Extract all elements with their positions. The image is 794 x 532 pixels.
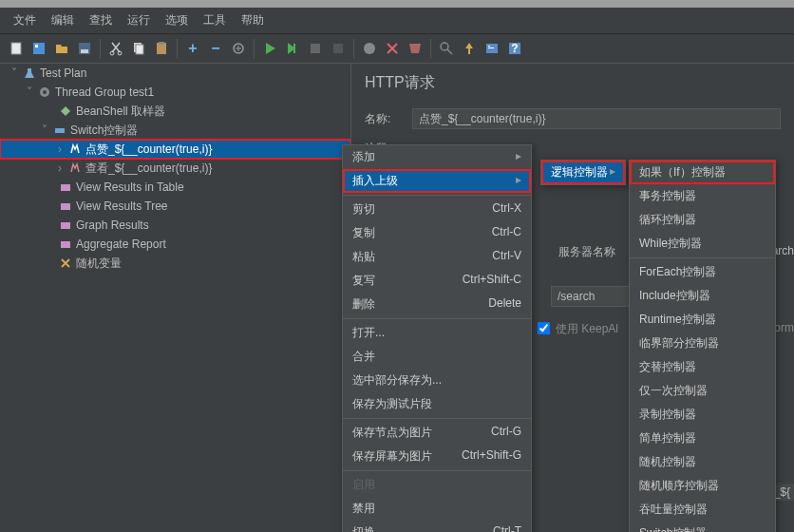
ctx-if-controller[interactable]: 如果（If）控制器 [630, 161, 775, 184]
new-icon[interactable] [6, 38, 27, 59]
menu-help[interactable]: 帮助 [234, 10, 272, 31]
toggle-icon[interactable] [228, 38, 249, 59]
menu-tools[interactable]: 工具 [196, 10, 234, 31]
ctx-add[interactable]: 添加▸ [343, 145, 531, 169]
ctx-disable[interactable]: 禁用 [343, 497, 531, 521]
svg-rect-27 [61, 241, 70, 248]
remote-start-icon[interactable] [359, 38, 380, 59]
menu-search[interactable]: 查找 [82, 10, 120, 31]
svg-rect-12 [311, 44, 320, 53]
tree-results-table[interactable]: View Results in Table [0, 178, 350, 197]
paste-icon[interactable] [151, 38, 172, 59]
tree-root[interactable]: ˅ Test Plan [0, 64, 350, 83]
shutdown-icon[interactable] [328, 38, 349, 59]
menu-file[interactable]: 文件 [6, 10, 44, 31]
tree-switch[interactable]: ˅ Switch控制器 [0, 121, 350, 140]
svg-point-14 [364, 43, 375, 54]
run-icon[interactable] [259, 38, 280, 59]
ctx-logic-controller[interactable]: 逻辑控制器▸ [541, 161, 625, 184]
path-input[interactable] [551, 286, 636, 307]
tree-results-tree[interactable]: View Results Tree [0, 197, 350, 216]
copy-icon[interactable] [128, 38, 149, 59]
tree-random-var[interactable]: 随机变量 [0, 254, 350, 273]
clear-all-icon[interactable] [405, 38, 425, 59]
svg-rect-4 [81, 49, 88, 53]
results-icon [58, 199, 73, 214]
tree-label: Aggregate Report [76, 238, 166, 251]
ctx-transaction-controller[interactable]: 事务控制器 [630, 184, 775, 208]
ctx-switch-controller[interactable]: Switch控制器 [630, 522, 775, 532]
ctx-save-node-img[interactable]: 保存节点为图片Ctrl-G [343, 421, 531, 445]
menu-run[interactable]: 运行 [120, 10, 158, 31]
menu-edit[interactable]: 编辑 [44, 10, 82, 31]
tree-label: Switch控制器 [70, 123, 138, 139]
open-icon[interactable] [51, 38, 72, 59]
ctx-paste[interactable]: 粘贴Ctrl-V [343, 245, 531, 269]
ctx-merge[interactable]: 合并 [343, 345, 531, 369]
ctx-once-controller[interactable]: 仅一次控制器 [630, 379, 775, 403]
tree-aggregate[interactable]: Aggregate Report [0, 235, 350, 254]
ctx-loop-controller[interactable]: 循环控制器 [630, 208, 775, 232]
svg-rect-18 [488, 48, 494, 48]
tree-like-sampler[interactable]: › 点赞_${__counter(true,i)} [0, 140, 350, 159]
ctx-foreach-controller[interactable]: ForEach控制器 [630, 260, 775, 284]
ctx-recording-controller[interactable]: 录制控制器 [630, 403, 775, 427]
cut-icon[interactable] [105, 38, 126, 59]
tree-label: View Results Tree [76, 200, 168, 213]
ctx-throughput-controller[interactable]: 吞吐量控制器 [630, 498, 775, 522]
help-icon[interactable]: ? [504, 38, 525, 59]
ctx-delete[interactable]: 删除Delete [343, 293, 531, 316]
ctx-save-fragment[interactable]: 保存为测试片段 [343, 392, 531, 416]
expand-icon[interactable]: + [182, 38, 203, 59]
ctx-critical-controller[interactable]: 临界部分控制器 [630, 332, 775, 355]
ctx-random-controller[interactable]: 随机控制器 [630, 450, 775, 474]
menu-options[interactable]: 选项 [158, 10, 196, 31]
tree-label: Graph Results [76, 218, 149, 232]
stop-icon[interactable] [305, 38, 326, 59]
submenu-arrow-icon: ▸ [516, 149, 521, 165]
ctx-cut[interactable]: 剪切Ctrl-X [343, 198, 531, 221]
chevron-right-icon: › [55, 162, 65, 175]
save-icon[interactable] [74, 38, 95, 59]
ctx-duplicate[interactable]: 复写Ctrl+Shift-C [343, 269, 531, 293]
config-icon [58, 256, 73, 271]
ctx-insert-parent[interactable]: 插入上级▸ [343, 169, 531, 193]
keepalive-label: 使用 KeepAl [556, 321, 618, 337]
submenu-logic-controllers: 如果（If）控制器 事务控制器 循环控制器 While控制器 ForEach控制… [629, 160, 776, 532]
svg-rect-0 [11, 43, 21, 54]
ctx-random-order-controller[interactable]: 随机顺序控制器 [630, 474, 775, 498]
svg-rect-1 [33, 43, 45, 54]
panel-title: HTTP请求 [365, 73, 781, 93]
function-helper-icon[interactable] [482, 38, 502, 59]
ctx-enable[interactable]: 启用 [343, 473, 531, 497]
tree-label: Test Plan [40, 66, 86, 80]
ctx-toggle[interactable]: 切换Ctrl-T [343, 521, 531, 532]
tree-beanshell[interactable]: BeanShell 取样器 [0, 102, 350, 121]
http-icon [67, 161, 83, 176]
tree-thread-group[interactable]: ˅ Thread Group test1 [0, 83, 350, 102]
results-icon [58, 180, 73, 195]
name-input[interactable] [412, 108, 781, 129]
ctx-include-controller[interactable]: Include控制器 [630, 284, 775, 308]
ctx-open[interactable]: 打开... [343, 321, 531, 345]
ctx-while-controller[interactable]: While控制器 [630, 232, 775, 256]
menubar: 文件 编辑 查找 运行 选项 工具 帮助 [0, 8, 794, 34]
tree-panel: ˅ Test Plan ˅ Thread Group test1 BeanShe… [0, 64, 351, 532]
search-icon[interactable] [436, 38, 457, 59]
ctx-interleave-controller[interactable]: 交替控制器 [630, 355, 775, 379]
ctx-copy[interactable]: 复制Ctrl-C [343, 221, 531, 245]
collapse-icon[interactable]: − [205, 38, 226, 59]
chevron-down-icon: ˅ [9, 66, 19, 80]
ctx-save-screen-img[interactable]: 保存屏幕为图片Ctrl+Shift-G [343, 445, 531, 468]
keepalive-checkbox[interactable] [538, 322, 550, 334]
tree-view-sampler[interactable]: › 查看_${__counter(true,i)} [0, 159, 350, 178]
ctx-runtime-controller[interactable]: Runtime控制器 [630, 308, 775, 332]
tree-label: 随机变量 [76, 256, 122, 272]
clear-icon[interactable] [382, 38, 403, 59]
reset-search-icon[interactable] [459, 38, 480, 59]
ctx-simple-controller[interactable]: 简单控制器 [630, 427, 775, 450]
template-icon[interactable] [28, 38, 49, 59]
tree-graph-results[interactable]: Graph Results [0, 216, 350, 235]
ctx-save-selection[interactable]: 选中部分保存为... [343, 369, 531, 392]
run-no-pause-icon[interactable] [282, 38, 303, 59]
